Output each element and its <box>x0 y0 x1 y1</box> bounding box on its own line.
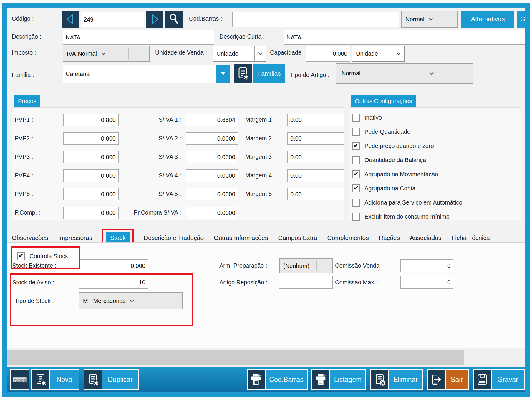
checkbox-label: Excluir item do consumo mínimo <box>364 213 450 220</box>
tab-complementos[interactable]: Complementos <box>327 234 369 241</box>
familias-button[interactable]: Famílias <box>253 64 285 83</box>
tab-impressoras[interactable]: Impressoras <box>58 234 92 241</box>
sair-button[interactable]: Sair <box>427 369 469 390</box>
duplicar-button[interactable]: Duplicar <box>84 369 139 390</box>
divider <box>128 48 129 60</box>
next-record-button[interactable] <box>146 11 163 28</box>
pcomp-label: P.Comp. : <box>15 209 40 216</box>
checkbox-controla-stock[interactable] <box>17 252 25 260</box>
margem2-label: Margem 2 <box>245 135 272 142</box>
tab-observacoes[interactable]: Observações <box>12 234 48 241</box>
checkbox-adiciona-servico-automatico[interactable] <box>352 199 360 207</box>
checkbox-label: Agrupado na Conta <box>364 185 415 192</box>
eliminar-button-label: Eliminar <box>389 370 422 389</box>
siva2-input[interactable] <box>186 132 238 145</box>
checkbox-inativo[interactable] <box>352 114 360 122</box>
arm-preparacao-dropdown[interactable]: (Nenhum) <box>279 258 333 273</box>
codbarras-input[interactable] <box>232 12 399 27</box>
descricao-input[interactable] <box>63 30 214 45</box>
pvp5-input[interactable] <box>63 188 119 200</box>
stock-aviso-label: Stock de Aviso : <box>12 279 54 286</box>
margem5-input[interactable] <box>287 188 344 200</box>
comissao-venda-label: Comissão Venda : <box>335 262 383 269</box>
tipo-artigo-dropdown[interactable]: Normal <box>336 63 473 84</box>
margem1-input[interactable] <box>287 114 344 126</box>
divider <box>157 294 157 307</box>
gravar-button[interactable]: Gravar <box>473 369 525 390</box>
tab-ficha-tecnica[interactable]: Ficha Técnica <box>451 234 490 241</box>
checkbox-label: Quantidade da Balança <box>364 157 426 164</box>
printer-icon: 8 <box>312 370 329 389</box>
novo-button[interactable]: Novo <box>31 369 79 390</box>
capacidade-unidade-dropdown[interactable]: Unidade <box>352 46 405 62</box>
siva4-input[interactable] <box>186 169 238 182</box>
descricao-label: Descrição : <box>12 33 41 40</box>
pvp3-label: PVP3 : <box>15 154 33 160</box>
comissao-venda-input[interactable] <box>400 259 453 272</box>
scrollbar-thumb[interactable] <box>7 350 464 365</box>
margem5-label: Margem 5 <box>245 191 272 197</box>
tipo-stock-value: M - Mercadorias <box>83 298 125 304</box>
siva3-input[interactable] <box>186 151 238 163</box>
imposto-dropdown[interactable]: IVA-Normal <box>63 46 150 62</box>
tipo-stock-label: Tipo de Stock : <box>15 298 54 304</box>
tab-associados[interactable]: Associados <box>410 234 441 241</box>
new-familia-button[interactable] <box>234 64 252 83</box>
codbarras-print-button[interactable]: 8 Cod.Barras <box>247 369 308 390</box>
imposto-dropdown-value: IVA-Normal <box>67 50 97 57</box>
checkbox-pede-quantidade[interactable] <box>352 128 360 136</box>
arm-preparacao-value: (Nenhum) <box>283 263 309 269</box>
bottom-toolbar: Novo Duplicar 8 <box>7 367 525 392</box>
margem2-input[interactable] <box>287 132 344 145</box>
comissao-max-input[interactable] <box>400 276 453 289</box>
tab-descricao-traducao[interactable]: Descrição e Tradução <box>144 234 204 241</box>
descricao-curta-input[interactable] <box>284 30 526 45</box>
familia-input[interactable] <box>63 65 216 83</box>
stock-existente-input[interactable] <box>79 259 148 272</box>
gerais-button[interactable]: Ger <box>517 11 529 28</box>
pvp4-input[interactable] <box>63 169 119 182</box>
unidade-venda-dropdown[interactable]: Unidade <box>213 46 266 62</box>
artigo-reposicao-input[interactable] <box>279 276 333 289</box>
pcomp-input[interactable] <box>63 207 119 219</box>
eliminar-button[interactable]: Eliminar <box>370 369 423 390</box>
estado-dropdown[interactable]: Normal <box>401 11 458 28</box>
siva1-input[interactable] <box>186 114 238 126</box>
siva1-label: S/IVA 1 : <box>124 116 181 123</box>
alternativos-button[interactable]: Alternativos <box>461 11 514 28</box>
tab-racoes[interactable]: Rações <box>379 234 400 241</box>
checkbox-agrupado-conta[interactable] <box>352 184 360 192</box>
margem4-input[interactable] <box>287 169 344 182</box>
pvp1-input[interactable] <box>63 114 119 126</box>
stock-aviso-input[interactable] <box>79 276 148 289</box>
horizontal-scrollbar[interactable] <box>7 348 525 367</box>
checkbox-pede-preco-zero[interactable] <box>352 142 360 150</box>
tab-stock[interactable]: Stock <box>106 232 130 244</box>
chevron-down-icon <box>254 46 266 61</box>
tab-outras-informacoes[interactable]: Outras Informações <box>214 234 268 241</box>
comissao-max-label: Comissao Max. : <box>335 279 379 286</box>
codigo-input[interactable] <box>81 12 144 27</box>
prcompra-siva-input[interactable] <box>186 207 238 219</box>
checkbox-quantidade-balanca[interactable] <box>352 156 360 164</box>
familia-dropdown-button[interactable] <box>216 65 230 83</box>
keyboard-button[interactable] <box>10 369 29 390</box>
pvp2-input[interactable] <box>63 132 119 145</box>
checkbox-row: Pede preço quando é zero <box>352 141 434 150</box>
checkbox-row: Adiciona para Serviço em Automático <box>352 198 462 207</box>
checkbox-row: Agrupado na Conta <box>352 184 415 193</box>
search-article-button[interactable] <box>165 11 183 28</box>
capacidade-input[interactable] <box>306 46 350 62</box>
checkbox-agrupado-movimentacao[interactable] <box>352 170 360 178</box>
checkbox-excluir-consumo-minimo[interactable] <box>352 213 360 221</box>
checkbox-label: Adiciona para Serviço em Automático <box>364 199 462 206</box>
tab-campos-extra[interactable]: Campos Extra <box>278 234 317 241</box>
margem3-input[interactable] <box>287 151 344 163</box>
siva5-input[interactable] <box>186 188 238 200</box>
checkbox-row: Quantidade da Balança <box>352 156 426 164</box>
pvp3-input[interactable] <box>63 151 119 163</box>
listagem-button[interactable]: 8 Listagem <box>311 369 366 390</box>
delete-document-icon <box>371 370 388 389</box>
previous-record-button[interactable] <box>62 11 79 28</box>
tipo-stock-dropdown[interactable]: M - Mercadorias <box>79 292 183 309</box>
